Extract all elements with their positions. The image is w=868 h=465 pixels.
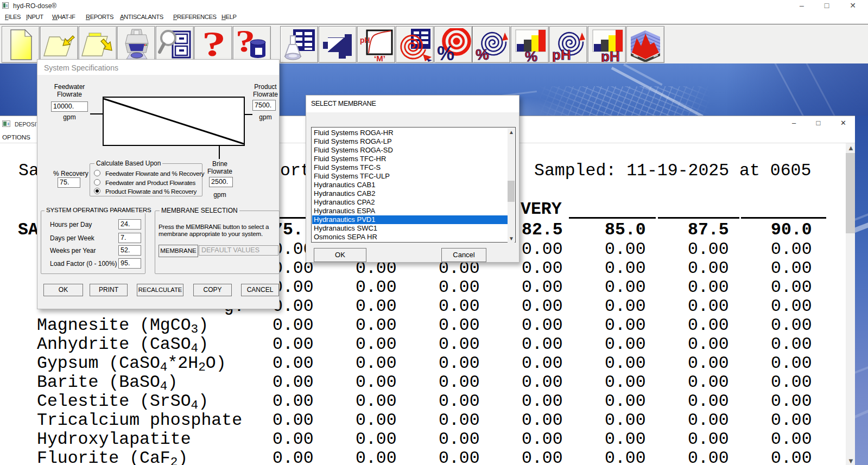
svg-text:‘M’: ‘M’ <box>374 54 385 62</box>
svg-text:%: % <box>437 42 454 62</box>
svg-text:?: ? <box>202 28 226 62</box>
svg-text:%: % <box>476 46 489 62</box>
svg-text:%: % <box>525 48 537 62</box>
svg-text:pH: pH <box>552 47 571 62</box>
svg-text:pH: pH <box>360 36 370 44</box>
svg-text:pH: pH <box>601 48 620 62</box>
